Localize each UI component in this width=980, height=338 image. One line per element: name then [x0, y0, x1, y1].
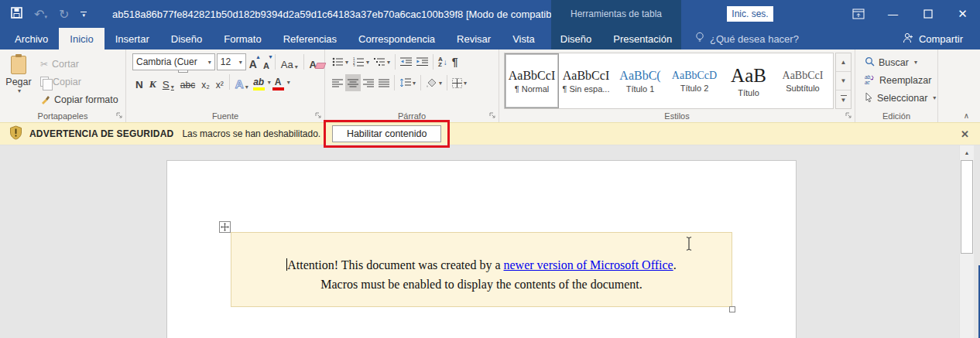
vertical-scrollbar[interactable]: ▲	[959, 145, 974, 338]
paste-button[interactable]: Pegar ▾	[0, 50, 37, 109]
svg-text:3: 3	[353, 64, 355, 67]
style-normal[interactable]: AaBbCcI ¶ Normal	[505, 53, 559, 108]
align-right-button[interactable]	[361, 74, 376, 91]
justify-button[interactable]	[376, 74, 392, 91]
replace-icon: abac	[865, 74, 875, 87]
font-name-combobox[interactable]: Cambria (Cuer▾	[132, 53, 215, 70]
line-spacing-button[interactable]: ▾	[397, 74, 418, 91]
window-controls: — ✕	[841, 0, 980, 28]
align-left-button[interactable]	[330, 74, 345, 91]
font-dialog-launcher-icon[interactable]	[315, 111, 322, 121]
text-effects-button[interactable]: A▾	[232, 73, 252, 90]
clipboard-dialog-launcher-icon[interactable]	[116, 111, 123, 121]
font-size-combobox[interactable]: 12▾	[217, 53, 246, 70]
change-case-button[interactable]: Aa▾	[278, 53, 301, 70]
enable-content-button[interactable]: Habilitar contenido	[332, 125, 441, 142]
macro-warning-table-cell[interactable]: Attention! This document was created by …	[231, 232, 732, 307]
subscript-button[interactable]: x₂	[198, 73, 213, 90]
save-icon[interactable]	[11, 7, 22, 22]
maximize-icon[interactable]	[910, 0, 945, 28]
ribbon-tabs: Archivo Inicio Insertar Diseño Formato R…	[0, 28, 980, 50]
style-titulo[interactable]: AaB Título	[721, 53, 776, 108]
styles-gallery: AaBbCcI ¶ Normal AaBbCcI ¶ Sin espa... A…	[504, 53, 834, 109]
tab-archivo[interactable]: Archivo	[4, 28, 59, 50]
font-color-icon: A	[275, 77, 282, 87]
cut-button[interactable]: ✂ Cortar	[37, 56, 122, 71]
show-marks-button[interactable]: ¶	[450, 53, 461, 70]
grow-font-button[interactable]: A▲	[246, 53, 260, 70]
numbering-button[interactable]: 123▾	[351, 53, 372, 70]
minimize-icon[interactable]: —	[875, 0, 910, 28]
warning-title: ADVERTENCIA DE SEGURIDAD	[29, 128, 173, 139]
tab-diseno[interactable]: Diseño	[160, 28, 213, 50]
tab-revisar[interactable]: Revisar	[446, 28, 502, 50]
ribbon: Pegar ▾ ✂ Cortar Copiar	[0, 50, 980, 122]
close-window-icon[interactable]: ✕	[945, 0, 980, 28]
scroll-up-icon[interactable]: ▲	[960, 145, 974, 159]
security-message-bar: ADVERTENCIA DE SEGURIDAD Las macros se h…	[0, 122, 980, 145]
doc-paragraph-2: Macros must be enabled to display the co…	[231, 275, 732, 294]
scrollbar-thumb[interactable]	[961, 160, 973, 254]
decrease-indent-button[interactable]	[398, 53, 414, 70]
bold-button[interactable]: N	[132, 73, 146, 90]
multilevel-list-button[interactable]: ▾	[372, 53, 392, 70]
find-button[interactable]: Buscar ▾	[862, 55, 937, 70]
replace-button[interactable]: abac Reemplazar	[862, 73, 937, 87]
share-person-icon	[903, 32, 914, 46]
highlight-color-button[interactable]: ab	[252, 73, 266, 90]
customize-qat-icon[interactable]: ▾	[81, 12, 87, 17]
italic-button[interactable]: K	[146, 73, 159, 90]
share-button[interactable]: Compartir	[903, 28, 963, 50]
tab-formato[interactable]: Formato	[213, 28, 272, 50]
collapse-ribbon-icon[interactable]: ∧	[964, 111, 969, 120]
style-titulo-2[interactable]: AaBbCcD Título 2	[667, 53, 721, 108]
tab-correspondencia[interactable]: Correspondencia	[348, 28, 446, 50]
font-color-button[interactable]: A	[271, 73, 286, 90]
clear-formatting-button[interactable]: A	[307, 53, 320, 70]
ribbon-display-options-icon[interactable]	[841, 0, 875, 28]
redo-icon[interactable]: ↻	[59, 7, 69, 22]
borders-button[interactable]: ▾	[450, 74, 469, 91]
bullets-button[interactable]: ▾	[330, 53, 351, 70]
tab-diseno-contextual[interactable]: Diseño	[560, 33, 591, 45]
styles-scroll-down-icon[interactable]: ▼	[836, 72, 851, 90]
styles-dialog-launcher-icon[interactable]	[845, 111, 852, 121]
tab-vista[interactable]: Vista	[502, 28, 546, 50]
styles-more-icon[interactable]: ▼	[836, 90, 851, 108]
style-titulo-1[interactable]: AaBbC( Título 1	[613, 53, 667, 108]
group-portapapeles: Pegar ▾ ✂ Cortar Copiar	[0, 50, 126, 122]
undo-icon[interactable]: ↶▾	[34, 7, 47, 22]
highlight-icon: ab	[253, 77, 264, 87]
shrink-font-button[interactable]: A▼	[260, 53, 272, 70]
shading-button[interactable]: ▾	[423, 74, 444, 91]
tell-me-box[interactable]: ¿Qué desea hacer?	[695, 28, 799, 50]
text-effects-icon: A	[235, 77, 244, 90]
increase-indent-button[interactable]	[414, 53, 430, 70]
group-edicion: Buscar ▾ abac Reemplazar Seleccionar ▾	[855, 50, 938, 122]
tab-referencias[interactable]: Referencias	[272, 28, 348, 50]
table-move-handle-icon[interactable]	[219, 221, 231, 233]
style-subtitulo[interactable]: AaBbCcI Subtítulo	[776, 53, 830, 108]
align-center-button[interactable]	[345, 74, 361, 91]
mouse-ibeam-cursor	[684, 236, 694, 254]
group-estilos: AaBbCcI ¶ Normal AaBbCcI ¶ Sin espa... A…	[499, 50, 855, 122]
tab-insertar[interactable]: Insertar	[105, 28, 160, 50]
superscript-button[interactable]: x²	[213, 73, 227, 90]
lightbulb-icon	[695, 32, 704, 46]
format-painter-button[interactable]: Copiar formato	[37, 92, 122, 107]
styles-scroll-up-icon[interactable]: ▲	[836, 53, 851, 72]
underline-button[interactable]: S▾	[159, 73, 177, 90]
sign-in-button[interactable]: Inic. ses.	[727, 6, 773, 22]
sort-button[interactable]: AZ↓	[436, 53, 450, 70]
paragraph-dialog-launcher-icon[interactable]	[489, 111, 496, 121]
search-icon	[865, 56, 875, 69]
table-resize-handle[interactable]	[729, 306, 735, 312]
tab-inicio[interactable]: Inicio	[59, 28, 104, 50]
copy-button[interactable]: Copiar	[37, 74, 122, 89]
close-message-bar-icon[interactable]: ✕	[961, 128, 969, 140]
office-version-link[interactable]: newer version of Microsoft Office	[504, 258, 673, 271]
select-button[interactable]: Seleccionar ▾	[862, 90, 937, 105]
style-sin-espaciado[interactable]: AaBbCcI ¶ Sin espa...	[559, 53, 613, 108]
tab-presentacion-contextual[interactable]: Presentación	[613, 33, 672, 45]
strikethrough-button[interactable]: abc	[177, 73, 198, 90]
